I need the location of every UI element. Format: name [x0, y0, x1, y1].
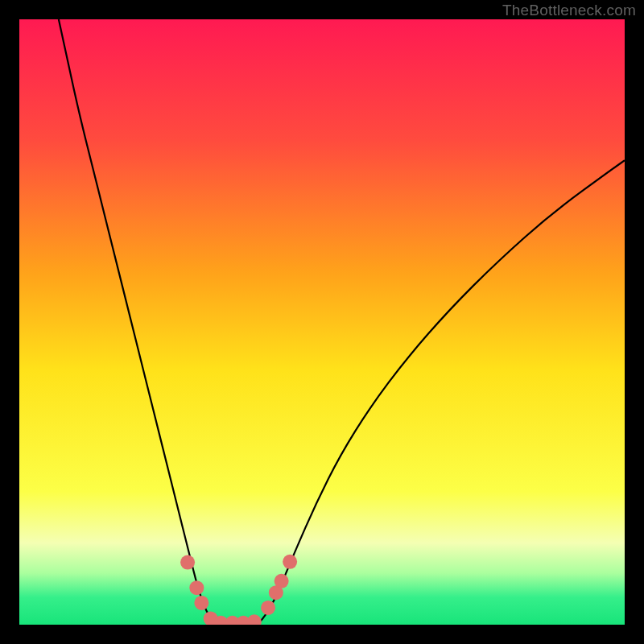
- data-marker: [261, 601, 275, 615]
- data-marker: [189, 580, 204, 595]
- data-marker: [283, 555, 297, 569]
- data-marker: [194, 596, 208, 610]
- data-marker: [275, 574, 289, 588]
- gradient-background: [19, 19, 625, 625]
- data-marker: [180, 555, 195, 570]
- chart-frame: [19, 19, 625, 625]
- bottleneck-chart: [19, 19, 625, 625]
- attribution-text: TheBottleneck.com: [502, 2, 636, 19]
